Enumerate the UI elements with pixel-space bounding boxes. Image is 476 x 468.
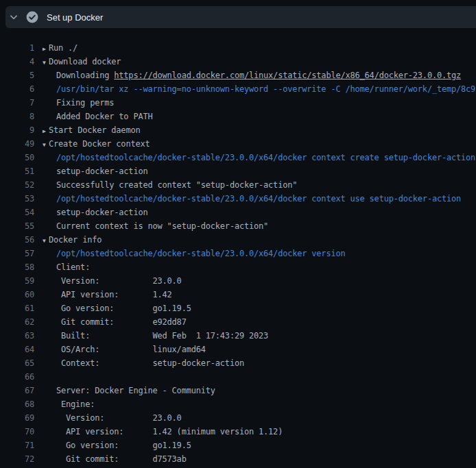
step-title: Set up Docker [47, 12, 103, 23]
line-number[interactable]: 69 [0, 411, 34, 425]
line-number[interactable]: 55 [0, 219, 34, 233]
log-line: 51setup-docker-action [0, 164, 476, 178]
line-number[interactable]: 52 [0, 178, 34, 192]
line-content: ▼Docker info [43, 233, 102, 247]
line-content: /opt/hostedtoolcache/docker-stable/23.0.… [56, 151, 475, 164]
log-group-line[interactable]: 56▼Docker info [0, 233, 476, 247]
line-number[interactable]: 62 [0, 315, 34, 329]
log-line: 5Downloading https://download.docker.com… [0, 69, 476, 82]
log-line: 61 Go version: go1.19.5 [0, 301, 476, 315]
log-line: 50/opt/hostedtoolcache/docker-stable/23.… [0, 151, 476, 164]
log-line: 52Successfully created context "setup-do… [0, 178, 476, 192]
step-header[interactable]: Set up Docker [5, 6, 476, 28]
line-content: ▼Download docker [43, 55, 121, 69]
line-content: ▶Run ./ [43, 41, 78, 55]
line-content: Context: setup-docker-action [56, 356, 244, 370]
line-number[interactable]: 60 [0, 288, 34, 301]
line-number[interactable]: 9 [0, 123, 34, 137]
line-number[interactable]: 4 [0, 55, 34, 69]
check-circle-icon [26, 11, 38, 23]
line-number[interactable]: 50 [0, 151, 34, 164]
line-number[interactable]: 70 [0, 425, 34, 439]
log-line: 59 Version: 23.0.0 [0, 274, 476, 288]
log-group-line[interactable]: 49▼Create Docker context [0, 137, 476, 151]
line-number[interactable]: 66 [0, 370, 34, 384]
line-number[interactable]: 63 [0, 329, 34, 343]
line-number[interactable]: 49 [0, 137, 34, 151]
log-line: 68 Engine: [0, 397, 476, 411]
line-number[interactable]: 65 [0, 356, 34, 370]
line-content: Engine: [56, 397, 95, 411]
line-content: Git commit: d7573ab [56, 452, 187, 466]
triangle-expanded-icon: ▼ [43, 234, 49, 248]
line-content: API version: 1.42 (minimum version 1.12) [56, 425, 283, 439]
line-number[interactable]: 6 [0, 82, 34, 96]
line-content: Version: 23.0.0 [56, 274, 182, 288]
line-number[interactable]: 57 [0, 247, 34, 260]
line-number[interactable]: 51 [0, 164, 34, 178]
line-content: setup-docker-action [56, 164, 147, 178]
log-line: 64 OS/Arch: linux/amd64 [0, 343, 476, 356]
line-number[interactable]: 53 [0, 192, 34, 206]
line-number[interactable]: 72 [0, 452, 34, 466]
log-line: 69 Version: 23.0.0 [0, 411, 476, 425]
line-content: Successfully created context "setup-dock… [56, 178, 297, 192]
log-link[interactable]: https://download.docker.com/linux/static… [114, 71, 461, 80]
triangle-expanded-icon: ▼ [43, 56, 49, 70]
line-content: /opt/hostedtoolcache/docker-stable/23.0.… [56, 247, 345, 260]
line-number[interactable]: 8 [0, 110, 34, 123]
line-content: Go version: go1.19.5 [56, 301, 191, 315]
chevron-down-icon[interactable] [8, 12, 19, 23]
triangle-collapsed-icon: ▶ [43, 42, 49, 56]
log-line: 57/opt/hostedtoolcache/docker-stable/23.… [0, 247, 476, 260]
log-line: 66 [0, 370, 476, 384]
line-content: ▼Create Docker context [43, 137, 150, 151]
line-content: Client: [56, 260, 90, 274]
log-line: 8Added Docker to PATH [0, 110, 476, 123]
line-content: Version: 23.0.0 [56, 411, 182, 425]
line-content: Fixing perms [56, 96, 114, 110]
line-number[interactable]: 61 [0, 301, 34, 315]
line-number[interactable]: 68 [0, 397, 34, 411]
line-content: Downloading https://download.docker.com/… [56, 69, 461, 82]
log-viewer: 1▶Run ./4▼Download docker5Downloading ht… [0, 41, 476, 466]
line-number[interactable]: 67 [0, 384, 34, 397]
line-number[interactable]: 5 [0, 69, 34, 82]
triangle-collapsed-icon: ▶ [43, 125, 49, 138]
line-number[interactable]: 64 [0, 343, 34, 356]
log-line: 58Client: [0, 260, 476, 274]
log-group-line[interactable]: 1▶Run ./ [0, 41, 476, 55]
log-line: 65 Context: setup-docker-action [0, 356, 476, 370]
log-line: 67Server: Docker Engine - Community [0, 384, 476, 397]
log-line: 55Current context is now "setup-docker-a… [0, 219, 476, 233]
line-content: Server: Docker Engine - Community [56, 384, 215, 397]
line-content: OS/Arch: linux/amd64 [56, 343, 206, 356]
line-number[interactable]: 54 [0, 206, 34, 219]
line-content: ▶Start Docker daemon [43, 123, 140, 137]
line-number[interactable]: 71 [0, 439, 34, 452]
log-line: 71 Go version: go1.19.5 [0, 439, 476, 452]
triangle-expanded-icon: ▼ [43, 138, 49, 152]
log-line: 63 Built: Wed Feb 1 17:43:29 2023 [0, 329, 476, 343]
log-group-line[interactable]: 9▶Start Docker daemon [0, 123, 476, 137]
line-number[interactable]: 58 [0, 260, 34, 274]
log-line: 72 Git commit: d7573ab [0, 452, 476, 466]
log-line: 70 API version: 1.42 (minimum version 1.… [0, 425, 476, 439]
log-line: 62 Git commit: e92dd87 [0, 315, 476, 329]
line-content: Go version: go1.19.5 [56, 439, 191, 452]
log-group-line[interactable]: 4▼Download docker [0, 55, 476, 69]
line-content: Current context is now "setup-docker-act… [56, 219, 268, 233]
log-line: 6/usr/bin/tar xz --warning=no-unknown-ke… [0, 82, 476, 96]
line-number[interactable]: 1 [0, 41, 34, 55]
line-number[interactable]: 7 [0, 96, 34, 110]
line-content: Git commit: e92dd87 [56, 315, 187, 329]
line-content: Added Docker to PATH [56, 110, 153, 123]
log-line: 7Fixing perms [0, 96, 476, 110]
line-number[interactable]: 56 [0, 233, 34, 247]
log-line: 53/opt/hostedtoolcache/docker-stable/23.… [0, 192, 476, 206]
line-number[interactable]: 59 [0, 274, 34, 288]
line-content: setup-docker-action [56, 206, 147, 219]
log-line: 54setup-docker-action [0, 206, 476, 219]
line-content: /opt/hostedtoolcache/docker-stable/23.0.… [56, 192, 461, 206]
line-content: /usr/bin/tar xz --warning=no-unknown-key… [56, 82, 476, 96]
